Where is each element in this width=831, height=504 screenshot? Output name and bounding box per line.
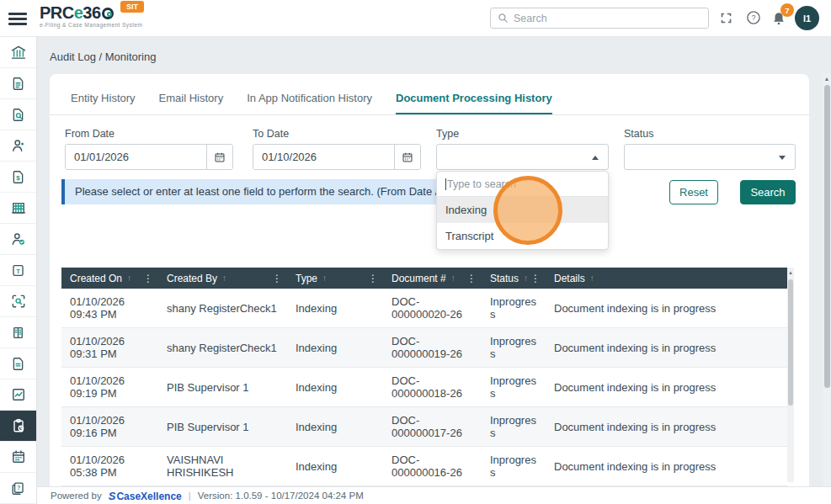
- sidebar-item-help-doc[interactable]: ?: [0, 473, 36, 504]
- sidebar-item-calendar[interactable]: [0, 442, 36, 473]
- top-header: PRCe36 e-Filing & Case Management System…: [0, 0, 831, 37]
- svg-text:T: T: [16, 267, 20, 274]
- cell-text: DOC-000000018-26: [392, 374, 473, 400]
- column-header-type[interactable]: Type↑⋮: [287, 268, 383, 289]
- cell-text: shany RegisterCheck1: [167, 302, 277, 315]
- sidebar-item-document-search[interactable]: [0, 99, 36, 130]
- ledger-icon: [10, 325, 26, 341]
- cell-type: Indexing: [287, 289, 383, 327]
- type-option-transcript[interactable]: Transcript: [437, 223, 608, 249]
- search-button[interactable]: Search: [740, 180, 796, 204]
- cell-text: PIB Supervisor 1: [167, 381, 249, 394]
- version-text: Version: 1.0.59 - 10/17/2024 04:24 PM: [198, 491, 364, 501]
- column-label: Type: [296, 273, 317, 284]
- sidebar-item-task[interactable]: T: [0, 255, 36, 286]
- breadcrumb: Audit Log / Monitoring: [50, 50, 156, 63]
- svg-text:?: ?: [17, 485, 20, 491]
- to-date-calendar-icon[interactable]: [394, 145, 420, 169]
- from-date-input[interactable]: [66, 145, 206, 169]
- sidebar-item-chart[interactable]: [0, 379, 36, 411]
- table-scrollbar-thumb[interactable]: [788, 279, 793, 406]
- user-check-icon: [10, 231, 27, 247]
- notification-count-badge: 7: [780, 3, 794, 17]
- column-menu-icon[interactable]: ⋮: [465, 273, 478, 284]
- avatar[interactable]: I1: [795, 6, 819, 30]
- to-date-input[interactable]: [253, 145, 394, 169]
- page-scrollbar: ▲: [823, 74, 831, 486]
- table-row[interactable]: 01/10/2026 05:38 PMVAISHNAVI HRISHIKESHI…: [61, 447, 787, 486]
- page-scroll-up-icon[interactable]: ▲: [823, 76, 831, 82]
- reset-button[interactable]: Reset: [669, 180, 718, 204]
- sidebar-item-person[interactable]: [0, 130, 36, 162]
- cell-details: Document indexing is in progress: [546, 289, 787, 327]
- type-select[interactable]: [436, 144, 609, 170]
- status-select[interactable]: [624, 144, 796, 170]
- table-row[interactable]: 01/10/2026 09:31 PMshany RegisterCheck1I…: [61, 328, 787, 368]
- column-menu-icon[interactable]: ⋮: [366, 273, 380, 284]
- column-header-document[interactable]: Document #↑⋮: [383, 268, 482, 289]
- cell-text: DOC-000000020-26: [392, 295, 473, 321]
- logo-zero-mark: [102, 8, 114, 19]
- sort-arrow-icon: ↑: [451, 273, 455, 283]
- to-date-label: To Date: [253, 128, 289, 140]
- cell-document: DOC-000000019-26: [383, 328, 482, 367]
- cell-created-by: shany RegisterCheck1: [158, 289, 287, 327]
- hamburger-menu-icon[interactable]: [8, 10, 27, 27]
- from-date-label: From Date: [65, 128, 115, 140]
- cell-text: Document indexing is in progress: [554, 302, 716, 315]
- tab-email-history[interactable]: Email History: [159, 88, 224, 114]
- table-scroll-up-icon[interactable]: ▲: [787, 270, 794, 275]
- column-header-created-on[interactable]: Created On↑⋮: [61, 268, 158, 289]
- sidebar-item-bank[interactable]: [0, 37, 36, 68]
- footer-divider: |: [189, 491, 191, 501]
- from-date-calendar-icon[interactable]: [206, 145, 232, 169]
- chevron-down-icon: [779, 156, 786, 160]
- column-header-created-by[interactable]: Created By↑⋮: [158, 268, 287, 289]
- sidebar-item-clipboard-clock[interactable]: [0, 411, 36, 442]
- cell-text: Document indexing is in progress: [554, 342, 716, 354]
- document-search-icon: [10, 107, 26, 123]
- table-row[interactable]: 01/10/2026 09:43 PMshany RegisterCheck1I…: [61, 289, 787, 328]
- sidebar-item-ledger[interactable]: [0, 317, 36, 348]
- column-menu-icon[interactable]: ⋮: [141, 273, 155, 284]
- logo-text-36: 36: [83, 3, 100, 22]
- sidebar-item-invoice[interactable]: $: [0, 162, 36, 193]
- type-option-indexing[interactable]: Indexing: [437, 197, 608, 223]
- column-header-details[interactable]: Details↑: [546, 268, 787, 289]
- content-card: Entity History Email History In App Noti…: [50, 74, 809, 486]
- cell-text: shany RegisterCheck1: [167, 342, 277, 354]
- table-row[interactable]: 01/10/2026 09:19 PMPIB Supervisor 1Index…: [61, 368, 787, 407]
- sort-arrow-icon: ↑: [322, 273, 327, 283]
- powered-by-text: Powered by: [51, 491, 102, 501]
- cell-status: Inprogress: [482, 447, 546, 485]
- column-header-status[interactable]: Status↑⋮: [482, 268, 546, 289]
- table-row[interactable]: 01/10/2026 09:16 PMPIB Supervisor 1Index…: [61, 407, 787, 447]
- cell-document: DOC-000000016-26: [383, 447, 482, 485]
- search-input[interactable]: [514, 13, 701, 24]
- page-scrollbar-thumb[interactable]: [824, 85, 830, 388]
- sidebar-item-file[interactable]: [0, 348, 36, 379]
- column-menu-icon[interactable]: ⋮: [529, 273, 542, 284]
- sidebar-item-user-check[interactable]: [0, 224, 36, 255]
- person-icon: [10, 137, 27, 154]
- sidebar-item-scan-search[interactable]: [0, 286, 36, 317]
- help-icon[interactable]: ?: [746, 10, 761, 29]
- column-menu-icon[interactable]: ⋮: [270, 273, 284, 284]
- tab-entity-history[interactable]: Entity History: [71, 88, 136, 114]
- cell-text: Inprogress: [490, 295, 537, 321]
- cell-text: Document indexing is in progress: [554, 460, 716, 473]
- cell-text: Indexing: [296, 342, 337, 354]
- file-icon: [10, 356, 26, 372]
- tab-in-app-notification-history[interactable]: In App Notification History: [247, 88, 372, 114]
- cell-text: PIB Supervisor 1: [167, 421, 249, 433]
- cell-type: Indexing: [287, 368, 383, 406]
- sidebar-item-document[interactable]: [0, 68, 36, 99]
- tab-bar: Entity History Email History In App Noti…: [50, 88, 809, 115]
- column-label: Status: [490, 273, 519, 284]
- tab-document-processing-history[interactable]: Document Processing History: [396, 88, 552, 114]
- type-dropdown-search-input[interactable]: [447, 178, 599, 190]
- sidebar-item-building[interactable]: [0, 193, 36, 224]
- fullscreen-icon[interactable]: [720, 12, 732, 28]
- cell-text: Indexing: [296, 381, 337, 394]
- cell-details: Document indexing is in progress: [546, 407, 787, 446]
